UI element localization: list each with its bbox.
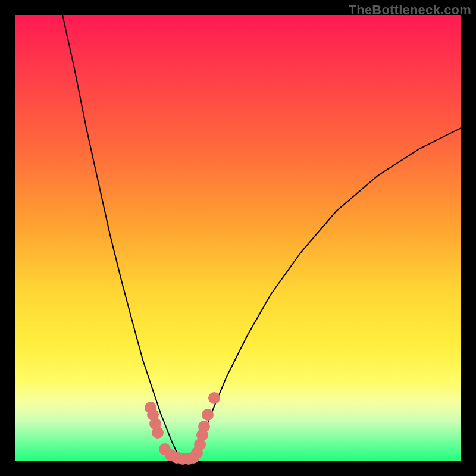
marker-dot [198, 421, 210, 433]
marker-dot [208, 392, 220, 404]
outer-frame: TheBottleneck.com [0, 0, 476, 476]
curve-layer [15, 15, 461, 461]
curve-right [193, 128, 461, 458]
marker-dot [152, 427, 164, 439]
marker-cluster [145, 392, 220, 465]
marker-dot [202, 409, 214, 421]
curve-left [62, 15, 181, 458]
